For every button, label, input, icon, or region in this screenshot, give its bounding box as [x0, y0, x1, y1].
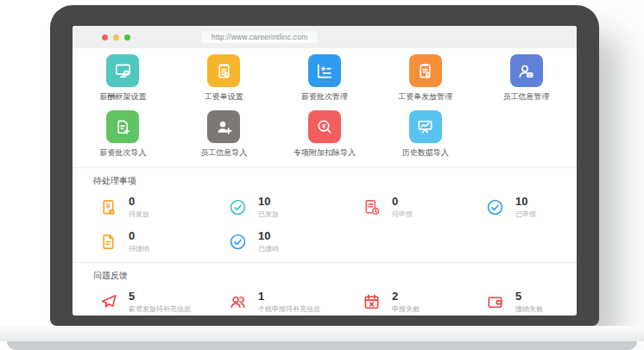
minimize-window-button[interactable]: [113, 34, 119, 41]
stat-value: 1: [258, 291, 320, 302]
paper-plane-icon: [98, 292, 118, 312]
stat-distributed[interactable]: 10 已发放: [228, 196, 362, 219]
section-divider: [73, 167, 577, 168]
feedback-tax-supplement[interactable]: 1 个税申报待补充信息: [228, 291, 362, 314]
pending-section-title: 待处理事项: [93, 175, 577, 187]
stat-label: 待申报: [392, 209, 413, 219]
app-label: 薪资批次导入: [99, 147, 146, 159]
stat-value: 0: [129, 196, 149, 207]
feedback-payment-failed[interactable]: 5 缴纳失败: [485, 291, 577, 314]
circle-check-icon: [228, 232, 248, 252]
stat-value: 5: [515, 291, 543, 302]
stat-pending-payment[interactable]: 0 待缴纳: [98, 230, 228, 253]
person-card-icon: [516, 61, 536, 81]
calendar-x-icon: [362, 292, 382, 312]
app-label: 员工信息导入: [200, 147, 247, 159]
person-plus-icon: [214, 117, 234, 137]
dashboard: 薪酬框架设置 工资单设置: [73, 48, 577, 316]
stat-pending-distribution[interactable]: ¥ 0 待发放: [98, 196, 228, 219]
app-payslip-setup[interactable]: 工资单设置: [205, 54, 243, 103]
maximize-window-button[interactable]: [124, 34, 130, 41]
feedback-payroll-supplement[interactable]: 5 薪资发放待补充信息: [98, 291, 228, 314]
app-special-deduction-import[interactable]: ¥ 专项附加扣除导入: [294, 110, 356, 159]
stat-label: 缴纳失败: [515, 304, 543, 314]
app-employee-info-management[interactable]: 员工信息管理: [503, 54, 550, 103]
doc-clock-icon: [362, 197, 382, 217]
stat-label: 申报失败: [392, 304, 420, 314]
stat-paid[interactable]: 10 已缴纳: [228, 230, 362, 253]
app-payroll-batch-management[interactable]: 薪资批次管理: [301, 54, 348, 103]
app-payslip-distribution-management[interactable]: 工资单发放管理: [398, 54, 452, 103]
browser-window: http://www.careerintlinc.com 薪酬框架设置: [73, 26, 577, 316]
monitor-gear-icon: [113, 61, 133, 81]
app-history-data-import[interactable]: 历史数据导入: [402, 110, 449, 159]
presentation-chart-icon: [415, 117, 435, 137]
laptop-base-edge: [7, 341, 637, 350]
app-label: 薪酬框架设置: [99, 91, 146, 103]
stat-value: 10: [258, 196, 279, 207]
laptop-mockup: http://www.careerintlinc.com 薪酬框架设置: [0, 0, 644, 350]
app-label: 专项附加扣除导入: [294, 147, 356, 159]
section-divider: [73, 262, 577, 263]
laptop-base: [0, 326, 644, 341]
browser-toolbar: http://www.careerintlinc.com: [73, 26, 577, 48]
feedback-declaration-failed[interactable]: 2 申报失败: [362, 291, 485, 314]
people-icon: [228, 292, 248, 312]
doc-plus-icon: [113, 117, 133, 137]
svg-text:¥: ¥: [106, 202, 110, 210]
app-grid-row2: 薪资批次导入 员工信息导入: [73, 110, 577, 159]
feedback-stats-grid: 5 薪资发放待补充信息 1 个税申报待补充信息: [73, 282, 577, 314]
stat-label: 已发放: [258, 209, 279, 219]
app-label: 薪资批次管理: [301, 91, 348, 103]
app-label: 员工信息管理: [503, 91, 550, 103]
stat-value: 0: [129, 230, 149, 241]
app-grid-row1: 薪酬框架设置 工资单设置: [73, 54, 577, 103]
laptop-screen: http://www.careerintlinc.com 薪酬框架设置: [50, 5, 599, 326]
stat-value: 10: [258, 230, 279, 241]
close-window-button[interactable]: [102, 34, 108, 41]
stat-label: 已申报: [515, 209, 536, 219]
app-salary-framework-setup[interactable]: 薪酬框架设置: [99, 54, 146, 103]
app-label: 工资单发放管理: [398, 91, 452, 103]
stat-value: 2: [392, 291, 420, 302]
stat-pending-declaration[interactable]: 0 待申报: [362, 196, 485, 219]
clipboard-yen-icon: [415, 61, 435, 81]
circle-check-icon: [485, 197, 505, 217]
receipt-yen-icon: ¥: [98, 197, 118, 217]
app-label: 工资单设置: [205, 91, 243, 103]
stat-value: 0: [392, 196, 413, 207]
address-bar[interactable]: http://www.careerintlinc.com: [201, 31, 318, 43]
wallet-icon: [485, 292, 505, 312]
stat-label: 个税申报待补充信息: [258, 304, 320, 314]
svg-text:¥: ¥: [322, 122, 326, 129]
stat-label: 已缴纳: [258, 244, 279, 253]
app-label: 历史数据导入: [402, 147, 449, 159]
pending-stats-grid: ¥ 0 待发放 10 已发放: [73, 187, 577, 253]
stat-label: 薪资发放待补充信息: [129, 304, 191, 314]
app-employee-info-import[interactable]: 员工信息导入: [200, 110, 247, 159]
clipboard-gear-icon: [214, 61, 234, 81]
feedback-section-title: 问题反馈: [93, 270, 577, 282]
stat-label: 待缴纳: [129, 244, 149, 253]
batch-chart-icon: [314, 61, 334, 81]
tax-search-icon: ¥: [314, 117, 334, 137]
stat-value: 10: [515, 196, 536, 207]
circle-check-icon: [228, 197, 248, 217]
app-payroll-batch-import[interactable]: 薪资批次导入: [99, 110, 146, 159]
stat-label: 待发放: [129, 209, 149, 219]
stat-declared[interactable]: 10 已申报: [485, 196, 577, 219]
stat-value: 5: [129, 291, 191, 302]
doc-icon: [98, 232, 118, 252]
